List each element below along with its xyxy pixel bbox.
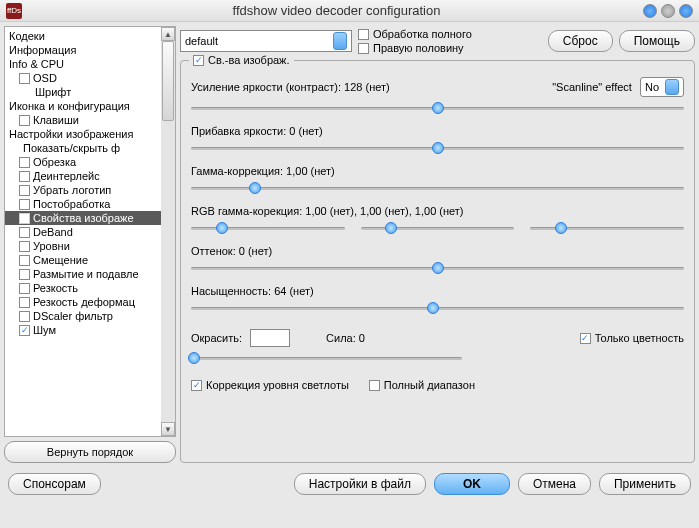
strength-slider[interactable] [191, 351, 462, 365]
tree-item[interactable]: Постобработка [5, 197, 161, 211]
settings-tree[interactable]: КодекиИнформацияInfo & CPUOSDШрифтИконка… [5, 27, 161, 436]
picture-properties-panel: ✓Св.-ва изображ. Усиление яркости (контр… [180, 60, 695, 463]
tree-item-label: Свойства изображе [33, 212, 134, 224]
tree-item-label: OSD [33, 72, 57, 84]
tree-item[interactable]: Иконка и конфигурация [5, 99, 161, 113]
tree-item[interactable]: OSD [5, 71, 161, 85]
tree-item[interactable]: ✓Свойства изображе [5, 211, 161, 225]
rgb-gamma-r-slider[interactable] [191, 221, 345, 235]
tree-item-label: Настройки изображения [9, 128, 133, 140]
tree-item[interactable]: Кодеки [5, 29, 161, 43]
tree-checkbox[interactable] [19, 311, 30, 322]
tree-checkbox[interactable] [19, 269, 30, 280]
tree-item-label: Убрать логотип [33, 184, 111, 196]
rgb-gamma-b-slider[interactable] [530, 221, 684, 235]
donate-button[interactable]: Спонсорам [8, 473, 101, 495]
tree-checkbox[interactable] [19, 199, 30, 210]
minimize-icon[interactable] [643, 4, 657, 18]
rgb-gamma-label: RGB гамма-корекция: 1,00 (нет), 1,00 (не… [191, 205, 464, 217]
saturation-slider[interactable] [191, 301, 684, 315]
tree-item[interactable]: Смещение [5, 253, 161, 267]
preset-select[interactable]: default [180, 30, 352, 52]
colorize-color-input[interactable] [250, 329, 290, 347]
tree-item[interactable]: Настройки изображения [5, 127, 161, 141]
preset-spinner-icon[interactable] [333, 32, 347, 50]
tree-item-label: Шум [33, 324, 56, 336]
scanline-select[interactable]: No [640, 77, 684, 97]
tree-scrollbar[interactable]: ▲ ▼ [161, 27, 175, 436]
right-half-checkbox[interactable]: Правую половину [358, 42, 472, 54]
tree-checkbox[interactable] [19, 171, 30, 182]
tree-item[interactable]: Обрезка [5, 155, 161, 169]
close-icon[interactable] [679, 4, 693, 18]
tree-item-label: Резкость деформац [33, 296, 135, 308]
cancel-button[interactable]: Отмена [518, 473, 591, 495]
tree-item-label: Шрифт [35, 86, 71, 98]
tree-checkbox[interactable] [19, 255, 30, 266]
tree-item[interactable]: Показать/скрыть ф [5, 141, 161, 155]
reset-button[interactable]: Сброс [548, 30, 613, 52]
tree-checkbox[interactable] [19, 283, 30, 294]
tree-checkbox[interactable] [19, 185, 30, 196]
scroll-down-icon[interactable]: ▼ [161, 422, 175, 436]
tree-item-label: Показать/скрыть ф [23, 142, 120, 154]
luma-offset-label: Прибавка яркости: 0 (нет) [191, 125, 323, 137]
apply-button[interactable]: Применить [599, 473, 691, 495]
reset-order-button[interactable]: Вернуть порядок [4, 441, 176, 463]
tree-checkbox[interactable] [19, 115, 30, 126]
export-settings-button[interactable]: Настройки в файл [294, 473, 426, 495]
tree-item[interactable]: ✓Шум [5, 323, 161, 337]
tree-checkbox[interactable]: ✓ [19, 213, 30, 224]
tree-item-label: Info & CPU [9, 58, 64, 70]
ok-button[interactable]: OK [434, 473, 510, 495]
app-logo: ffDs [6, 3, 22, 19]
tree-checkbox[interactable] [19, 297, 30, 308]
tree-checkbox[interactable] [19, 73, 30, 84]
tree-checkbox[interactable]: ✓ [19, 325, 30, 336]
full-range-checkbox[interactable]: Полный диапазон [369, 379, 475, 391]
gamma-slider[interactable] [191, 181, 684, 195]
select-spinner-icon[interactable] [665, 79, 679, 95]
colorize-label: Окрасить: [191, 332, 242, 344]
tree-item-label: Информация [9, 44, 76, 56]
tree-item-label: Иконка и конфигурация [9, 100, 130, 112]
preset-value: default [185, 35, 218, 47]
tree-item[interactable]: Резкость деформац [5, 295, 161, 309]
tree-item[interactable]: Размытие и подавле [5, 267, 161, 281]
rgb-gamma-g-slider[interactable] [361, 221, 515, 235]
tree-item[interactable]: Информация [5, 43, 161, 57]
tree-item-label: Деинтерлейс [33, 170, 100, 182]
footer: Спонсорам Настройки в файл OK Отмена При… [0, 467, 699, 501]
luma-offset-slider[interactable] [191, 141, 684, 155]
tree-item-label: Постобработка [33, 198, 110, 210]
window-title: ffdshow video decoder configuration [30, 3, 643, 18]
help-button[interactable]: Помощь [619, 30, 695, 52]
tree-item-label: Резкость [33, 282, 78, 294]
scroll-up-icon[interactable]: ▲ [161, 27, 175, 41]
tree-item[interactable]: Info & CPU [5, 57, 161, 71]
full-processing-checkbox[interactable]: Обработка полного [358, 28, 472, 40]
tree-item[interactable]: Уровни [5, 239, 161, 253]
tree-item[interactable]: Шрифт [5, 85, 161, 99]
chroma-only-checkbox[interactable]: ✓Только цветность [580, 332, 684, 344]
tree-item[interactable]: Убрать логотип [5, 183, 161, 197]
tree-item[interactable]: DScaler фильтр [5, 309, 161, 323]
tree-item-label: Смещение [33, 254, 88, 266]
tree-item[interactable]: Резкость [5, 281, 161, 295]
tree-item[interactable]: Клавиши [5, 113, 161, 127]
panel-enable-checkbox[interactable]: ✓Св.-ва изображ. [189, 54, 294, 66]
tree-item-label: Размытие и подавле [33, 268, 139, 280]
titlebar: ffDs ffdshow video decoder configuration [0, 0, 699, 22]
tree-item-label: Обрезка [33, 156, 76, 168]
gamma-label: Гамма-коррекция: 1,00 (нет) [191, 165, 335, 177]
tree-item[interactable]: Деинтерлейс [5, 169, 161, 183]
tree-checkbox[interactable] [19, 227, 30, 238]
scroll-thumb[interactable] [162, 41, 174, 121]
luma-gain-slider[interactable] [191, 101, 684, 115]
hue-slider[interactable] [191, 261, 684, 275]
maximize-icon[interactable] [661, 4, 675, 18]
tree-item[interactable]: DeBand [5, 225, 161, 239]
tree-checkbox[interactable] [19, 241, 30, 252]
luma-correction-checkbox[interactable]: ✓Коррекция уровня светлоты [191, 379, 349, 391]
tree-checkbox[interactable] [19, 157, 30, 168]
